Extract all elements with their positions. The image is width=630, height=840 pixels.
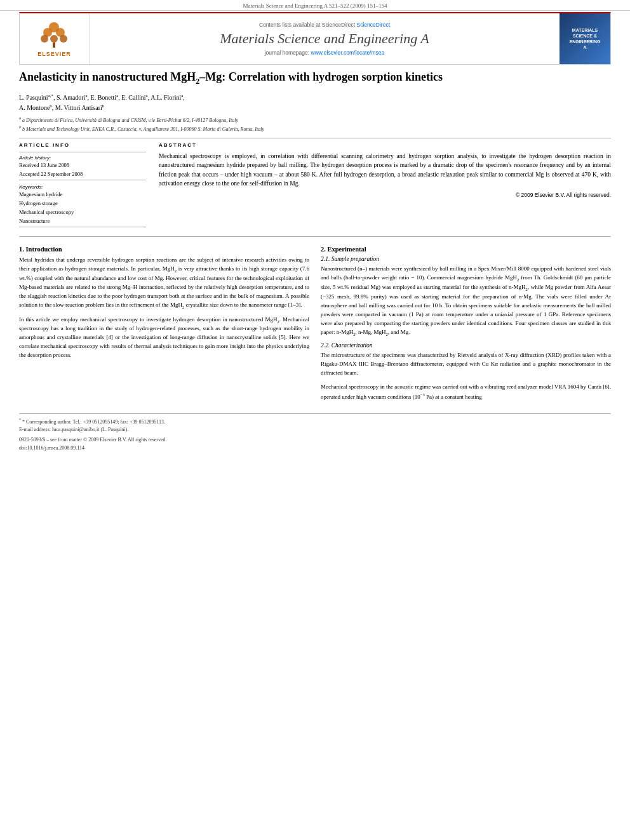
experimental-column: 2. Experimental 2.1. Sample preparation … <box>321 246 611 407</box>
abstract-header: ABSTRACT <box>159 142 611 148</box>
banner-right-logo: MATERIALSSCIENCE &ENGINEERINGA <box>560 13 610 64</box>
affiliations: a a Dipartimento di Fisica, Università d… <box>19 116 611 133</box>
journal-name-display: Materials Science and Engineering A <box>95 30 554 47</box>
journal-citation: Materials Science and Engineering A 521–… <box>0 0 630 11</box>
intro-para-1: Metal hydrides that undergo reversible h… <box>19 256 309 310</box>
footer-area: * * Corresponding author. Tel.: +39 0512… <box>19 413 611 451</box>
journal-abbrev: MATERIALSSCIENCE &ENGINEERINGA <box>569 27 600 50</box>
svg-rect-6 <box>53 43 55 48</box>
keyword-1: Magnesium hydride <box>19 191 146 197</box>
svg-point-3 <box>41 35 48 43</box>
svg-point-4 <box>50 35 58 43</box>
info-divider-2 <box>19 180 146 180</box>
sciencedirect-link[interactable]: ScienceDirect <box>357 22 390 28</box>
info-abstract-row: ARTICLE INFO Article history: Received 1… <box>19 142 611 230</box>
intro-column: 1. Introduction Metal hydrides that unde… <box>19 246 309 407</box>
characterization-text-2: Mechanical spectroscopy in the acoustic … <box>321 383 611 402</box>
article-title: Anelasticity in nanostructured MgH2–Mg: … <box>19 70 611 86</box>
contents-available-line: Contents lists available at ScienceDirec… <box>95 22 554 28</box>
divider-1 <box>19 138 611 138</box>
sample-prep-title: 2.1. Sample preparation <box>321 256 611 262</box>
abstract-panel: ABSTRACT Mechanical spectroscopy is empl… <box>159 142 611 230</box>
received-date: Received 13 June 2008 <box>19 162 146 168</box>
sample-prep-text: Nanostructured (n–) materials were synth… <box>321 265 611 337</box>
abstract-text: Mechanical spectroscopy is employed, in … <box>159 152 611 188</box>
characterization-title: 2.2. Characterization <box>321 342 611 349</box>
homepage-line: journal homepage: www.elsevier.com/locat… <box>95 50 554 56</box>
authors: L. Pasquinia,*, S. Amadoria, E. Bonettia… <box>19 93 611 112</box>
intro-para-2: In this article we employ mechanical spe… <box>19 316 309 361</box>
intro-title: 1. Introduction <box>19 246 309 253</box>
article-content: Anelasticity in nanostructured MgH2–Mg: … <box>19 70 611 407</box>
experimental-title: 2. Experimental <box>321 246 611 253</box>
issn-footnote: 0921-5093/$ – see front matter © 2009 El… <box>19 436 611 444</box>
keywords-label: Keywords: <box>19 184 146 190</box>
corresponding-footnote: * * Corresponding author. Tel.: +39 0512… <box>19 417 611 426</box>
accepted-date: Accepted 22 September 2008 <box>19 171 146 177</box>
body-columns: 1. Introduction Metal hydrides that unde… <box>19 246 611 407</box>
copyright: © 2009 Elsevier B.V. All rights reserved… <box>159 192 611 198</box>
info-divider-1 <box>19 152 146 152</box>
keyword-3: Mechanical spectroscopy <box>19 209 146 215</box>
email-footnote: E-mail address: luca.pasquini@unibo.it (… <box>19 426 611 434</box>
banner-center: Contents lists available at ScienceDirec… <box>90 17 560 61</box>
divider-2 <box>19 236 611 237</box>
keywords-section: Keywords: Magnesium hydride Hydrogen sto… <box>19 184 146 224</box>
history-label: Article history: <box>19 155 146 161</box>
svg-point-5 <box>60 35 67 43</box>
elsevier-tree-icon <box>38 21 70 50</box>
info-divider-3 <box>19 227 146 227</box>
keyword-2: Hydrogen storage <box>19 200 146 206</box>
doi-line: doi:10.1016/j.msea.2008.09.114 <box>19 445 611 451</box>
elsevier-logo: ELSEVIER <box>37 21 71 57</box>
elsevier-text: ELSEVIER <box>37 51 71 57</box>
article-info-header: ARTICLE INFO <box>19 142 146 148</box>
elsevier-logo-area: ELSEVIER <box>20 13 90 64</box>
characterization-text: The microstructure of the specimens was … <box>321 351 611 378</box>
article-info-panel: ARTICLE INFO Article history: Received 1… <box>19 142 146 230</box>
keyword-4: Nanostructure <box>19 218 146 224</box>
journal-banner: ELSEVIER Contents lists available at Sci… <box>19 12 611 65</box>
